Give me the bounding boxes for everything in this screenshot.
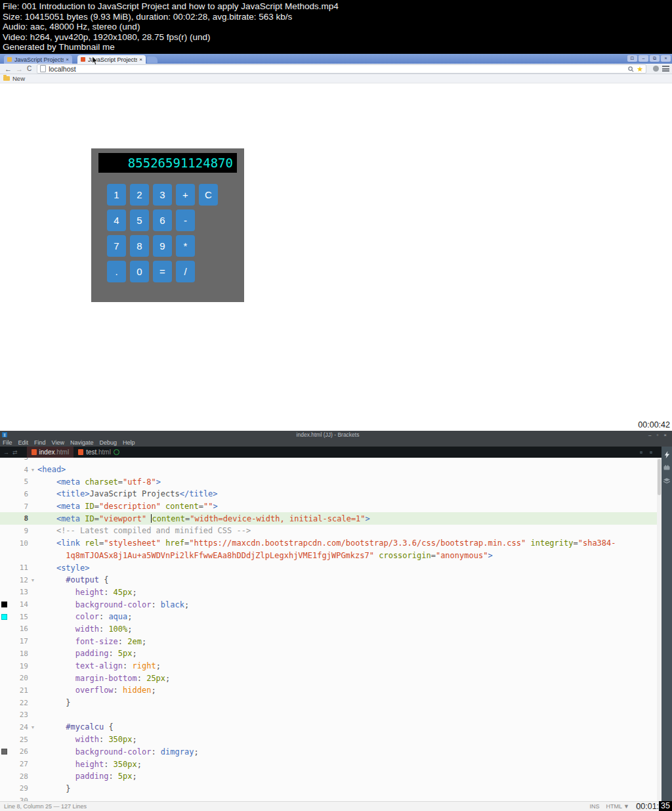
code-line[interactable]: 16 width: 100%;	[0, 623, 657, 636]
code-line[interactable]: 3	[0, 458, 657, 464]
line-number: 29	[9, 784, 28, 793]
calc-button-9[interactable]: 9	[153, 235, 172, 257]
menu-item-navigate[interactable]: Navigate	[70, 439, 94, 446]
menu-item-debug[interactable]: Debug	[99, 439, 117, 446]
tab-close-icon[interactable]: ×	[66, 56, 69, 62]
file-tab-test[interactable]: test.html	[74, 447, 124, 458]
calc-button-6[interactable]: 6	[153, 209, 172, 231]
calc-button-C[interactable]: C	[199, 184, 218, 206]
code-line[interactable]: 29 }	[0, 783, 657, 795]
calc-button-5[interactable]: 5	[130, 209, 149, 231]
menu-item-edit[interactable]: Edit	[18, 439, 29, 446]
menu-item-view[interactable]: View	[52, 439, 64, 446]
calc-button-1[interactable]: 1	[107, 184, 126, 206]
close-icon[interactable]: ×	[663, 432, 667, 438]
menu-item-file[interactable]: File	[3, 439, 12, 446]
code-line[interactable]: 10 <link rel="stylesheet" href="https://…	[0, 537, 657, 550]
code-line[interactable]: 13 height: 45px;	[0, 586, 657, 599]
code-line[interactable]: 15 color: aqua;	[0, 611, 657, 623]
code-line[interactable]: 5 <meta charset="utf-8">	[0, 475, 657, 488]
code-token: }	[37, 784, 71, 793]
url-text[interactable]: localhost	[49, 65, 628, 73]
code-line[interactable]: 17 font-size: 2em;	[0, 635, 657, 647]
code-editor[interactable]: 34▼<head>5 <meta charset="utf-8">6 <titl…	[0, 458, 672, 801]
fold-arrow-icon[interactable]: ▼	[28, 578, 37, 582]
reload-button[interactable]: C	[27, 64, 32, 74]
code-line[interactable]: 18 padding: 5px;	[0, 647, 657, 660]
fold-arrow-icon[interactable]: ▼	[28, 725, 37, 730]
live-preview-lightning-icon[interactable]	[662, 449, 672, 460]
split-view-icon[interactable]: ⇄	[12, 449, 18, 456]
scrollbar-thumb[interactable]	[658, 459, 661, 495]
code-line[interactable]: 7 <meta ID="description" content="">	[0, 500, 657, 513]
window-control-icon[interactable]: ⊡	[627, 55, 637, 62]
bookmark-folder-new[interactable]: New	[12, 75, 25, 82]
code-token	[37, 502, 56, 511]
browser-tab[interactable]: JavaScript Projects×	[77, 55, 146, 64]
code-line[interactable]: 8 <meta ID="viewport" content="width=dev…	[0, 512, 657, 525]
back-button[interactable]: ←	[5, 64, 12, 74]
window-control-icon[interactable]: ⧉	[650, 55, 660, 62]
code-line[interactable]: 6 <title>JavaScript Projects</title>	[0, 488, 657, 500]
maximize-icon[interactable]: ▫	[656, 432, 658, 438]
code-line[interactable]: 12▼ #output {	[0, 574, 657, 586]
code-line[interactable]: 1q8mTJOASx8j1Au+a5WDVnPi2lkFfwwEAa8hDDdj…	[0, 550, 657, 562]
language-mode-select[interactable]: HTML ▼	[606, 803, 629, 810]
window-control-icon[interactable]: –	[639, 55, 648, 62]
calc-button-3[interactable]: 3	[153, 184, 172, 206]
color-swatch[interactable]	[1, 602, 7, 607]
fold-arrow-icon[interactable]: ▼	[28, 468, 37, 472]
code-line[interactable]: 24▼ #mycalcu {	[0, 721, 657, 734]
calc-button--[interactable]: -	[176, 209, 195, 231]
code-line[interactable]: 23	[0, 709, 657, 721]
code-token: :	[99, 612, 108, 621]
code-line[interactable]: 19 text-align: right;	[0, 660, 657, 672]
calc-button-2[interactable]: 2	[130, 184, 149, 206]
line-number: 26	[9, 747, 28, 756]
code-token: <meta	[56, 502, 80, 511]
code-line[interactable]: 28 padding: 5px;	[0, 770, 657, 783]
calc-button-4[interactable]: 4	[107, 209, 126, 231]
menu-item-find[interactable]: Find	[34, 439, 46, 446]
code-line[interactable]: 25 width: 350px;	[0, 734, 657, 746]
code-line[interactable]: 20 margin-bottom: 25px;	[0, 672, 657, 684]
code-line[interactable]: 30	[0, 795, 657, 801]
minimize-icon[interactable]: –	[648, 432, 651, 438]
code-line[interactable]: 26 background-color: dimgray;	[0, 746, 657, 758]
code-line[interactable]: 21 overflow: hidden;	[0, 684, 657, 697]
code-line[interactable]: 9 <!-- Latest compiled and minified CSS …	[0, 525, 657, 537]
editor-scrollbar[interactable]	[657, 458, 662, 801]
code-line[interactable]: 27 height: 350px;	[0, 758, 657, 770]
address-bar[interactable]: localhost ★	[37, 64, 646, 74]
calc-button-0[interactable]: 0	[130, 261, 149, 282]
browser-menu-icon[interactable]	[662, 66, 669, 72]
extension-manager-icon[interactable]	[662, 462, 672, 473]
calc-button-+[interactable]: +	[176, 184, 195, 206]
layers-extension-icon[interactable]	[662, 475, 672, 486]
calc-button-*[interactable]: *	[176, 235, 195, 257]
menu-item-help[interactable]: Help	[123, 439, 135, 446]
code-line[interactable]: 11 <style>	[0, 561, 657, 574]
calc-button-7[interactable]: 7	[107, 235, 126, 257]
file-tab-index[interactable]: index.html	[27, 447, 74, 458]
forward-button[interactable]: →	[16, 64, 23, 74]
color-swatch[interactable]	[1, 614, 7, 620]
calc-button-=[interactable]: =	[153, 261, 172, 282]
extension-icon[interactable]	[653, 66, 659, 72]
zoom-search-icon[interactable]	[628, 63, 634, 75]
code-line[interactable]: 22 }	[0, 697, 657, 709]
calc-button-/[interactable]: /	[176, 261, 195, 282]
code-token: width	[75, 625, 99, 634]
calc-button-.[interactable]: .	[107, 261, 126, 282]
code-line[interactable]: 14 background-color: black;	[0, 598, 657, 611]
browser-tab[interactable]: JavaScript Projects×	[4, 55, 72, 64]
new-tab-button[interactable]	[147, 56, 158, 63]
color-swatch[interactable]	[1, 749, 7, 755]
insert-mode-indicator[interactable]: INS	[589, 803, 599, 810]
code-line[interactable]: 4▼<head>	[0, 464, 657, 476]
tab-close-icon[interactable]: ×	[139, 56, 142, 62]
window-control-icon[interactable]: ×	[661, 55, 671, 62]
calc-button-8[interactable]: 8	[130, 235, 149, 257]
bookmark-star-icon[interactable]: ★	[637, 66, 643, 72]
history-back-icon[interactable]: →	[3, 449, 9, 456]
